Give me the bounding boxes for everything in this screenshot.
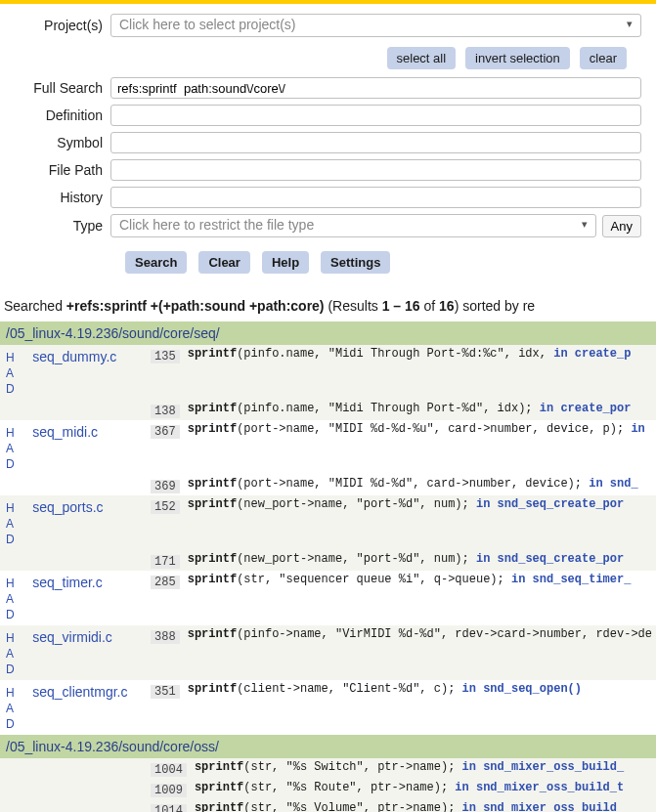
line-number[interactable]: 388 (151, 630, 180, 644)
file-link[interactable]: seq_clientmgr.c (32, 684, 127, 700)
projects-select[interactable]: Click here to select project(s) (110, 14, 641, 37)
history-label: History (15, 190, 110, 205)
definition-label: Definition (15, 107, 110, 123)
line-number[interactable]: 351 (151, 685, 180, 699)
file-link[interactable]: seq_dummy.c (32, 349, 116, 364)
select-all-button[interactable]: select all (387, 47, 457, 69)
type-select[interactable]: Click here to restrict the file type (110, 214, 596, 237)
group-header[interactable]: /05_linux-4.19.236/sound/core/seq/ (0, 321, 656, 345)
code-line[interactable]: sprintf(port->name, "MIDI %d-%d", card->… (184, 475, 656, 495)
code-line[interactable]: sprintf(str, "sequencer queue %i", q->qu… (184, 571, 656, 625)
result-row: 1014sprintf(str, "%s Volume", ptr->name)… (0, 799, 656, 812)
file-link[interactable]: seq_timer.c (32, 575, 103, 590)
action-buttons: Search Clear Help Settings (15, 243, 641, 281)
code-line[interactable]: sprintf(new_port->name, "port-%d", num);… (184, 550, 656, 571)
result-row: H A Dseq_midi.c367sprintf(port->name, "M… (0, 420, 656, 475)
file-link[interactable]: seq_ports.c (32, 499, 103, 515)
search-button[interactable]: Search (125, 251, 187, 274)
line-number[interactable]: 1009 (151, 784, 187, 797)
result-row: H A Dseq_dummy.c135sprintf(pinfo.name, "… (0, 345, 656, 400)
had-links[interactable]: H A D (6, 631, 18, 676)
line-number[interactable]: 367 (151, 425, 180, 439)
help-button[interactable]: Help (262, 251, 309, 274)
result-row: 369sprintf(port->name, "MIDI %d-%d", car… (0, 475, 656, 495)
full-search-input[interactable] (110, 77, 641, 99)
result-row: H A Dseq_clientmgr.c351sprintf(client->n… (0, 680, 656, 735)
line-number[interactable]: 135 (151, 350, 180, 363)
code-line[interactable]: sprintf(pinfo.name, "Midi Through Port-%… (184, 400, 656, 420)
clear-projects-button[interactable]: clear (580, 47, 627, 69)
symbol-label: Symbol (15, 135, 110, 150)
had-links[interactable]: H A D (6, 351, 18, 396)
projects-label: Project(s) (15, 18, 110, 33)
code-line[interactable]: sprintf(client->name, "Client-%d", c); i… (184, 680, 656, 735)
clear-button[interactable]: Clear (198, 251, 250, 274)
code-line[interactable]: sprintf(str, "%s Route", ptr->name); in … (191, 779, 656, 799)
results-table: H A Dseq_dummy.c135sprintf(pinfo.name, "… (0, 345, 656, 735)
line-number[interactable]: 138 (151, 405, 180, 418)
type-label: Type (15, 218, 110, 234)
search-status: Searched +refs:sprintf +(+path:sound +pa… (0, 286, 656, 321)
had-links[interactable]: H A D (6, 426, 18, 471)
result-row: H A Dseq_virmidi.c388sprintf(pinfo->name… (0, 625, 656, 680)
any-type-button[interactable]: Any (602, 215, 641, 237)
code-line[interactable]: sprintf(new_port->name, "port-%d", num);… (184, 495, 656, 550)
had-links[interactable]: H A D (6, 501, 18, 546)
file-link[interactable]: seq_virmidi.c (32, 629, 112, 645)
group-header[interactable]: /05_linux-4.19.236/sound/core/oss/ (0, 735, 656, 758)
had-links[interactable]: H A D (6, 577, 18, 621)
result-row: H A Dseq_ports.c152sprintf(new_port->nam… (0, 495, 656, 550)
result-row: 1009sprintf(str, "%s Route", ptr->name);… (0, 779, 656, 799)
file-path-input[interactable] (110, 159, 641, 181)
result-row: 1004sprintf(str, "%s Switch", ptr->name)… (0, 758, 656, 779)
symbol-input[interactable] (110, 132, 641, 153)
line-number[interactable]: 1014 (151, 804, 187, 812)
file-path-label: File Path (15, 162, 110, 178)
line-number[interactable]: 369 (151, 480, 180, 493)
had-links[interactable]: H A D (6, 686, 18, 731)
results-table: 1004sprintf(str, "%s Switch", ptr->name)… (0, 758, 656, 812)
history-input[interactable] (110, 187, 641, 208)
line-number[interactable]: 285 (151, 576, 180, 589)
definition-input[interactable] (110, 105, 641, 126)
code-line[interactable]: sprintf(pinfo.name, "Midi Through Port-%… (184, 345, 656, 400)
result-row: H A Dseq_timer.c285sprintf(str, "sequenc… (0, 571, 656, 625)
results-area: /05_linux-4.19.236/sound/core/seq/H A Ds… (0, 321, 656, 812)
code-line[interactable]: sprintf(str, "%s Volume", ptr->name); in… (191, 799, 656, 812)
code-line[interactable]: sprintf(port->name, "MIDI %d-%d-%u", car… (184, 420, 656, 475)
line-number[interactable]: 152 (151, 500, 180, 514)
result-row: 138sprintf(pinfo.name, "Midi Through Por… (0, 400, 656, 420)
search-form: Project(s) Click here to select project(… (0, 4, 656, 286)
full-search-label: Full Search (15, 80, 110, 96)
code-line[interactable]: sprintf(pinfo->name, "VirMIDI %d-%d", rd… (184, 625, 656, 680)
line-number[interactable]: 171 (151, 555, 180, 569)
line-number[interactable]: 1004 (151, 763, 187, 777)
code-line[interactable]: sprintf(str, "%s Switch", ptr->name); in… (191, 758, 656, 779)
file-link[interactable]: seq_midi.c (32, 424, 98, 440)
projects-buttons: select all invert selection clear (15, 43, 641, 77)
settings-button[interactable]: Settings (321, 251, 390, 274)
result-row: 171sprintf(new_port->name, "port-%d", nu… (0, 550, 656, 571)
invert-selection-button[interactable]: invert selection (465, 47, 570, 69)
